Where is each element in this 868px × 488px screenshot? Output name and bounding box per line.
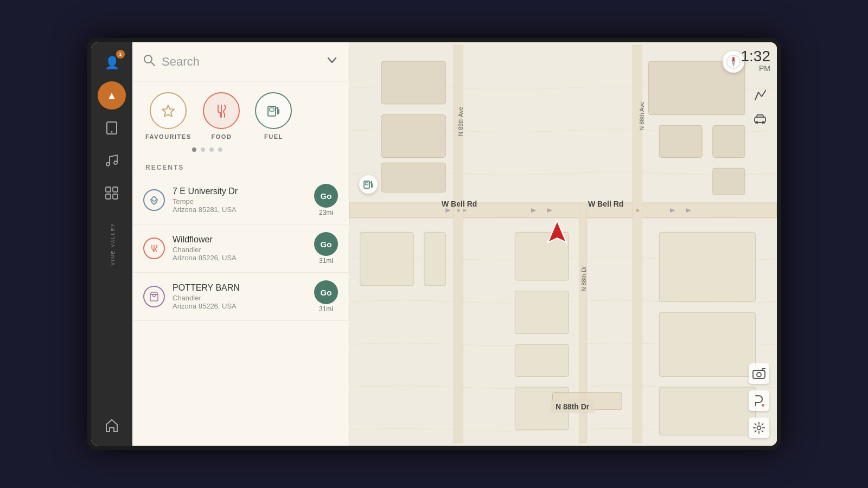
dot-4	[218, 147, 222, 152]
street-label-88th-ave: N 88th Ave	[639, 101, 645, 131]
go-button-0[interactable]: Go 23mi	[314, 184, 338, 216]
street-label-89th: N 89th Ave	[457, 107, 464, 136]
svg-rect-2	[106, 187, 111, 192]
go-circle-1: Go	[314, 232, 338, 256]
food-icon-circle	[203, 92, 240, 129]
camera-icon-btn[interactable]	[749, 363, 769, 384]
place-name-0: 7 E University Dr	[173, 187, 307, 196]
map-route-icon[interactable]	[751, 86, 769, 104]
svg-rect-25	[381, 163, 445, 192]
recent-item-1[interactable]: Wildflower Chandler Arizona 85226, USA G…	[132, 224, 349, 272]
sidebar-item-apps[interactable]	[98, 179, 126, 207]
map-time-display: 1:32 PM	[741, 49, 771, 73]
svg-rect-29	[713, 168, 745, 195]
svg-point-52	[757, 373, 761, 377]
go-distance-0: 23mi	[319, 209, 333, 216]
recent-item-2[interactable]: POTTERY BARN Chandler Arizona 85226, USA…	[132, 272, 349, 321]
place-info-0: 7 E University Dr Tempe Arizona 85281, U…	[173, 187, 307, 214]
svg-rect-9	[270, 108, 274, 111]
category-favourites[interactable]: FAVOURITES	[145, 92, 191, 140]
search-placeholder: Search	[162, 55, 320, 69]
map-time-ampm: PM	[741, 64, 771, 73]
sidebar-item-navigation[interactable]: ▲	[98, 81, 126, 110]
place-city-1: Chandler	[173, 246, 307, 254]
svg-text:P: P	[762, 405, 764, 407]
svg-point-39	[457, 209, 460, 212]
sidebar-item-music[interactable]	[98, 146, 126, 175]
place-city-0: Tempe	[173, 197, 307, 206]
profile-icon: 👤	[105, 56, 119, 70]
tablet-icon	[105, 121, 119, 135]
dot-1	[192, 147, 196, 152]
map-area[interactable]: W Bell Rd W Bell Rd N 89th Ave N 88th Av…	[349, 42, 777, 446]
recent-item-0[interactable]: 7 E University Dr Tempe Arizona 85281, U…	[132, 176, 349, 224]
svg-rect-4	[106, 194, 111, 199]
go-button-2[interactable]: Go 31mi	[314, 280, 338, 313]
svg-point-40	[636, 209, 639, 212]
place-info-2: POTTERY BARN Chandler Arizona 85226, USA	[173, 283, 307, 310]
sidebar-item-phone[interactable]	[98, 114, 126, 142]
screen-outer: 👤 1 ▲	[87, 38, 781, 450]
svg-rect-34	[515, 344, 569, 376]
svg-line-7	[151, 62, 155, 66]
svg-rect-20	[454, 46, 463, 443]
parking-icon-btn[interactable]: P	[749, 390, 769, 411]
recents-header: RECENTS	[132, 159, 349, 176]
svg-rect-37	[659, 312, 755, 376]
svg-rect-13	[349, 203, 777, 218]
go-distance-1: 31mi	[319, 257, 333, 265]
svg-text:N: N	[732, 56, 735, 60]
map-bottom-right-icons: P	[749, 363, 769, 438]
category-food[interactable]: FOOD	[200, 92, 243, 140]
go-distance-2: 31mi	[319, 305, 333, 313]
apps-icon	[105, 186, 119, 200]
categories-row: FAVOURITES FOOD	[132, 81, 349, 145]
place-icon-food-1	[143, 237, 165, 259]
svg-rect-24	[381, 115, 445, 158]
place-state-2: Arizona 85226, USA	[173, 302, 307, 310]
settings-icon-btn[interactable]	[749, 418, 769, 438]
map-car-icon[interactable]	[751, 110, 769, 128]
svg-rect-11	[150, 294, 158, 301]
home-icon	[104, 418, 119, 433]
place-info-1: Wildflower Chandler Arizona 85226, USA	[173, 235, 307, 262]
navigation-icon: ▲	[106, 89, 117, 102]
svg-rect-31	[424, 232, 445, 285]
favourites-icon-circle	[150, 92, 187, 129]
street-label-88th-dr-bottom: N 88th Dr	[550, 400, 595, 413]
svg-rect-38	[659, 387, 755, 435]
profile-badge: 1	[116, 50, 125, 59]
go-button-1[interactable]: Go 31mi	[314, 232, 338, 265]
nav-arrow-container	[546, 220, 569, 249]
place-icon-shop-2	[143, 286, 165, 307]
place-icon-location-0	[143, 189, 165, 211]
food-label: FOOD	[212, 133, 232, 140]
pagination-dots	[132, 145, 349, 159]
road-label-bell-right: W Bell Rd	[588, 200, 623, 208]
street-label-88th-dr-vertical: N 88th Dr	[580, 266, 587, 291]
place-name-2: POTTERY BARN	[173, 283, 307, 293]
music-icon	[105, 153, 118, 168]
svg-rect-36	[659, 232, 755, 301]
category-fuel[interactable]: FUEL	[252, 92, 295, 140]
sidebar-item-profile[interactable]: 👤 1	[98, 49, 126, 77]
sidebar-item-home[interactable]	[98, 411, 126, 439]
sidebar: 👤 1 ▲	[91, 42, 132, 446]
search-bar[interactable]: Search	[132, 42, 349, 81]
svg-rect-33	[515, 291, 569, 334]
search-icon	[143, 54, 155, 69]
svg-point-10	[152, 197, 156, 201]
place-city-2: Chandler	[173, 294, 307, 302]
chevron-down-icon[interactable]	[326, 54, 338, 69]
svg-rect-30	[360, 232, 414, 285]
fuel-label: FUEL	[264, 133, 283, 140]
svg-rect-28	[713, 125, 745, 157]
svg-rect-5	[113, 194, 118, 199]
place-name-1: Wildflower	[173, 235, 307, 245]
go-circle-2: Go	[314, 280, 338, 304]
map-right-icons	[751, 86, 769, 128]
place-state-1: Arizona 85226, USA	[173, 254, 307, 262]
fuel-station-marker[interactable]	[359, 175, 378, 194]
dot-2	[201, 147, 205, 152]
svg-rect-43	[366, 183, 368, 185]
